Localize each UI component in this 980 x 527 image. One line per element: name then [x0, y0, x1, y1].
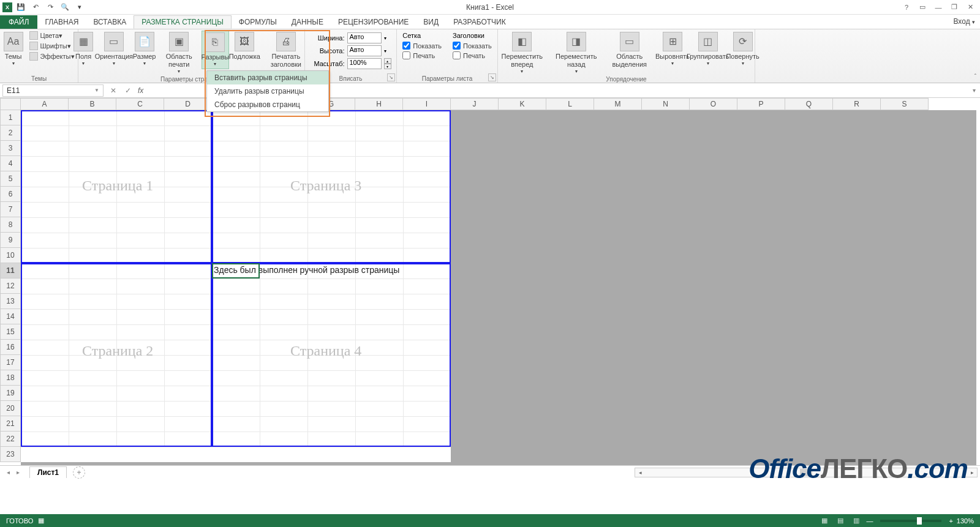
- scale-launcher[interactable]: ↘: [387, 73, 395, 81]
- view-normal[interactable]: ▦: [818, 516, 831, 526]
- orientation-button[interactable]: ▭Ориентация: [97, 31, 130, 68]
- row-header-3[interactable]: 3: [0, 141, 21, 156]
- group-button[interactable]: ◫Группировать: [689, 31, 726, 68]
- colors-button[interactable]: Цвета ▾: [27, 31, 77, 40]
- row-header-19[interactable]: 19: [0, 386, 21, 401]
- row-header-5[interactable]: 5: [0, 171, 21, 187]
- tab-рецензирование[interactable]: РЕЦЕНЗИРОВАНИЕ: [331, 15, 416, 29]
- row-header-23[interactable]: 23: [0, 447, 21, 462]
- zoom-thumb[interactable]: [917, 517, 922, 525]
- themes-button[interactable]: Aa Темы: [1, 31, 26, 68]
- collapse-ribbon[interactable]: ˆ: [974, 73, 976, 80]
- row-header-7[interactable]: 7: [0, 202, 21, 217]
- tab-формулы[interactable]: ФОРМУЛЫ: [232, 15, 284, 29]
- enter-icon[interactable]: ✓: [121, 84, 135, 97]
- tab-вставка[interactable]: ВСТАВКА: [86, 15, 134, 29]
- row-header-10[interactable]: 10: [0, 248, 21, 263]
- close-button[interactable]: ✕: [963, 2, 978, 13]
- bring-forward-button[interactable]: ◧Переместить вперед: [495, 31, 549, 76]
- row-header-8[interactable]: 8: [0, 217, 21, 233]
- col-header-C[interactable]: C: [116, 98, 164, 110]
- row-header-22[interactable]: 22: [0, 432, 21, 447]
- col-header-I[interactable]: I: [403, 98, 451, 110]
- headings-print-check[interactable]: Печать: [453, 51, 492, 60]
- select-all-corner[interactable]: [0, 98, 21, 110]
- col-header-M[interactable]: M: [594, 98, 642, 110]
- remove-page-break[interactable]: Удалить разрыв страницы: [207, 84, 328, 98]
- row-header-13[interactable]: 13: [0, 294, 21, 309]
- size-button[interactable]: 📄Размер: [132, 31, 157, 68]
- spreadsheet-grid[interactable]: ABCDEFGHIJKLMNOPQRS 12345678910111213141…: [0, 98, 980, 465]
- tab-главная[interactable]: ГЛАВНАЯ: [37, 15, 86, 29]
- save-button[interactable]: 💾: [15, 1, 27, 13]
- zoom-level[interactable]: 130%: [957, 517, 974, 525]
- sheet-nav-last[interactable]: ▸: [13, 468, 22, 477]
- row-header-9[interactable]: 9: [0, 233, 21, 248]
- scale-up[interactable]: ▴: [384, 58, 391, 64]
- tab-данные[interactable]: ДАННЫЕ: [284, 15, 331, 29]
- expand-formula-bar[interactable]: ▾: [968, 87, 980, 94]
- col-header-A[interactable]: A: [21, 98, 69, 110]
- login-link[interactable]: Вход ▾: [954, 17, 976, 26]
- ribbon-options-button[interactable]: ▭: [915, 2, 930, 13]
- row-header-16[interactable]: 16: [0, 340, 21, 355]
- scroll-left[interactable]: ◂: [635, 469, 645, 476]
- print-titles-button[interactable]: 🖨Печатать заголовки: [260, 31, 312, 70]
- tab-разработчик[interactable]: РАЗРАБОТЧИК: [446, 15, 513, 29]
- qat-customize[interactable]: ▾: [74, 1, 86, 13]
- col-header-B[interactable]: B: [69, 98, 116, 110]
- background-button[interactable]: 🖼Подложка: [230, 31, 259, 62]
- minimize-button[interactable]: —: [931, 2, 946, 13]
- send-backward-button[interactable]: ◨Переместить назад: [551, 31, 602, 76]
- restore-button[interactable]: ❐: [947, 2, 962, 13]
- col-header-O[interactable]: O: [690, 98, 737, 110]
- headings-view-check[interactable]: Показать: [453, 41, 492, 50]
- fx-icon[interactable]: fx: [135, 86, 146, 95]
- view-page-break[interactable]: ▥: [850, 516, 862, 526]
- scale-down[interactable]: ▾: [384, 64, 391, 69]
- col-header-P[interactable]: P: [737, 98, 785, 110]
- col-header-Q[interactable]: Q: [785, 98, 833, 110]
- width-input[interactable]: Авто: [347, 32, 382, 43]
- reset-page-breaks[interactable]: Сброс разрывов страниц: [207, 98, 328, 111]
- col-header-D[interactable]: D: [164, 98, 212, 110]
- col-header-H[interactable]: H: [355, 98, 403, 110]
- help-button[interactable]: ?: [899, 2, 914, 13]
- col-header-S[interactable]: S: [881, 98, 929, 110]
- scale-input[interactable]: 100%: [347, 58, 382, 69]
- gridlines-view-check[interactable]: Показать: [402, 41, 442, 50]
- row-header-17[interactable]: 17: [0, 355, 21, 370]
- tab-file[interactable]: ФАЙЛ: [0, 15, 37, 29]
- row-header-12[interactable]: 12: [0, 278, 21, 294]
- align-button[interactable]: ⊞Выровнять: [657, 31, 688, 68]
- zoom-slider[interactable]: [880, 520, 941, 522]
- col-header-N[interactable]: N: [642, 98, 690, 110]
- fonts-button[interactable]: Шрифты ▾: [27, 41, 77, 51]
- row-header-18[interactable]: 18: [0, 370, 21, 386]
- margins-button[interactable]: ▦Поля: [71, 31, 96, 68]
- row-header-14[interactable]: 14: [0, 309, 21, 324]
- insert-page-break[interactable]: Вставить разрыв страницы: [207, 71, 328, 84]
- col-header-J[interactable]: J: [451, 98, 499, 110]
- macro-icon[interactable]: ▦: [38, 517, 44, 525]
- col-header-R[interactable]: R: [833, 98, 881, 110]
- effects-button[interactable]: Эффекты ▾: [27, 51, 77, 61]
- breaks-button[interactable]: ⎘Разрывы: [202, 31, 229, 69]
- add-sheet-button[interactable]: +: [73, 466, 85, 479]
- row-header-20[interactable]: 20: [0, 401, 21, 416]
- zoom-out[interactable]: —: [866, 517, 873, 525]
- col-header-K[interactable]: K: [499, 98, 546, 110]
- tab-вид[interactable]: ВИД: [416, 15, 446, 29]
- row-header-1[interactable]: 1: [0, 110, 21, 125]
- active-cell-e11[interactable]: [212, 263, 260, 278]
- sheet-nav-first[interactable]: ◂: [4, 468, 12, 477]
- tab-разметка-страницы[interactable]: РАЗМЕТКА СТРАНИЦЫ: [134, 15, 232, 29]
- row-header-2[interactable]: 2: [0, 125, 21, 141]
- row-header-6[interactable]: 6: [0, 187, 21, 202]
- print-area-button[interactable]: ▣Область печати: [158, 31, 200, 76]
- selection-pane-button[interactable]: ▭Область выделения: [603, 31, 656, 70]
- height-input[interactable]: Авто: [347, 45, 382, 56]
- row-header-11[interactable]: 11: [0, 263, 21, 278]
- row-header-21[interactable]: 21: [0, 416, 21, 432]
- cancel-icon[interactable]: ✕: [106, 84, 121, 97]
